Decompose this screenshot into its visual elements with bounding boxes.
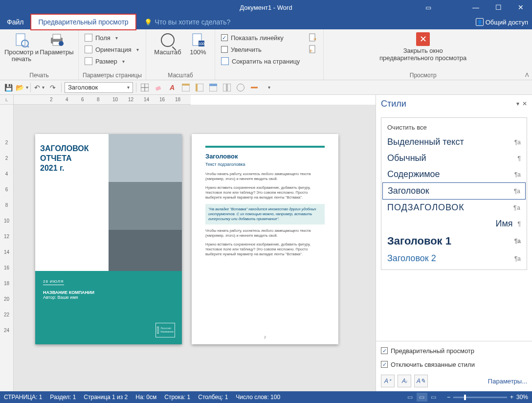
eraser-icon[interactable] — [153, 82, 164, 93]
tab-file[interactable]: Файл — [0, 15, 30, 29]
style-content[interactable]: Содержимое¶a — [382, 166, 526, 182]
prev-page-button[interactable] — [309, 44, 317, 55]
svg-line-2 — [27, 46, 29, 47]
insert-rows-icon[interactable] — [180, 82, 191, 93]
fields-button[interactable]: Поля▾ — [85, 32, 139, 43]
status-line[interactable]: Строка: 1 — [164, 394, 190, 401]
manage-styles-button[interactable]: A✎ — [414, 375, 428, 387]
svg-text:100: 100 — [199, 42, 204, 45]
p2-callout: "На вкладке "Вставка" находится множеств… — [205, 204, 325, 224]
qat-customize[interactable]: ▾ — [263, 82, 273, 93]
logo-placeholder: ЛоготипНазвание — [155, 323, 175, 337]
new-style-button[interactable]: A⁺ — [381, 375, 395, 387]
horizontal-ruler[interactable]: 24 68 1012 1416 18 — [14, 95, 191, 105]
tell-me-search[interactable]: 💡 Что вы хотите сделать? — [144, 18, 231, 26]
magnify-checkbox[interactable]: Увеличить — [221, 44, 300, 55]
style-title[interactable]: Заголовок¶a — [382, 182, 526, 200]
window-title: Документ1 - Word — [0, 4, 532, 11]
styles-params-link[interactable]: Параметры... — [488, 378, 527, 385]
report-date: 28 ИЮЛЯ — [43, 279, 64, 285]
minimize-button[interactable]: — — [465, 0, 487, 15]
view-read-button[interactable]: ▭ — [405, 393, 416, 402]
ribbon-group-print: Просмотр и печать Параметры Печать — [0, 29, 79, 80]
bulb-icon: 💡 — [144, 19, 152, 26]
style-heading2[interactable]: Заголовок 2¶a — [382, 250, 526, 267]
close-preview-button[interactable]: ✕ Закрыть окно предварительного просмотр… — [369, 31, 477, 62]
status-col[interactable]: Столбец: 1 — [198, 394, 228, 401]
style-highlighted[interactable]: Выделенный текст¶a — [382, 134, 526, 150]
status-pos[interactable]: На: 0см — [135, 394, 156, 401]
status-bar: СТРАНИЦА: 1 Раздел: 1 Страница 1 из 2 На… — [0, 391, 532, 403]
table-style-icon[interactable] — [208, 82, 219, 93]
status-section[interactable]: Раздел: 1 — [50, 394, 76, 401]
zoom-out-button[interactable]: − — [447, 394, 450, 401]
open-button[interactable]: 📂▾ — [17, 82, 27, 93]
page-2: Заголовок Текст подзаголовка Чтобы начат… — [192, 134, 338, 344]
status-page-of[interactable]: Страница 1 из 2 — [84, 394, 128, 401]
size-button[interactable]: Размер▾ — [85, 56, 139, 67]
close-icon: ✕ — [416, 32, 430, 46]
show-ruler-checkbox[interactable]: ✓Показать линейку — [221, 32, 300, 43]
preview-checkbox[interactable]: ✓Предварительный просмотр — [381, 345, 527, 356]
ribbon: Просмотр и печать Параметры Печать Поля▾… — [0, 29, 532, 80]
styles-pane: Стили ▾✕ Очистить все Выделенный текст¶a… — [376, 95, 532, 391]
svg-point-6 — [59, 41, 64, 46]
undo-button[interactable]: ↶▾ — [34, 82, 44, 93]
ribbon-group-page-setup: Поля▾ Ориентация▾ Размер▾ Параметры стра… — [79, 29, 146, 80]
style-name[interactable]: Имя¶ — [382, 216, 526, 232]
close-button[interactable]: ✕ — [510, 0, 532, 15]
pane-options-button[interactable]: ▾ — [516, 100, 519, 107]
zoom-value[interactable]: 30% — [516, 394, 528, 401]
title-bar: Документ1 - Word ▭ — ☐ ✕ — [0, 0, 532, 15]
split-icon[interactable] — [222, 82, 232, 93]
zoom-100-button[interactable]: 100 100% — [185, 31, 211, 56]
redo-button[interactable]: ↷ — [47, 82, 58, 93]
share-button[interactable]: 👤 Общий доступ — [476, 18, 528, 26]
insert-cols-icon[interactable] — [194, 82, 205, 93]
collapse-ribbon-button[interactable]: ᐱ — [522, 29, 532, 80]
author-name: Автор: Ваше имя — [43, 295, 174, 300]
workspace: L 24 68 1012 1416 18 22 46 810 1214 1618… — [0, 95, 532, 391]
tab-print-preview[interactable]: Предварительный просмотр — [30, 14, 136, 30]
ribbon-display-options-icon[interactable]: ▭ — [425, 4, 431, 11]
zoom-slider[interactable]: − + 30% — [447, 394, 528, 401]
document-canvas[interactable]: ЗАГОЛОВОК ОТЧЕТА 2021 г. 28 ИЮЛЯ НАЗВАНИ… — [14, 105, 376, 391]
style-inspector-button[interactable]: Aᵢ — [398, 375, 411, 387]
shape-circle-icon[interactable] — [235, 82, 246, 93]
svg-rect-17 — [182, 84, 190, 86]
view-print-button[interactable]: ▭ — [417, 393, 427, 402]
print-preview-button[interactable]: Просмотр и печать — [4, 31, 39, 63]
person-icon: 👤 — [476, 18, 484, 26]
shrink-to-page-button[interactable]: Сократить на страницу — [221, 56, 300, 67]
orientation-button[interactable]: Ориентация▾ — [85, 44, 139, 55]
styles-pane-title: Стили — [381, 99, 406, 109]
view-web-button[interactable]: ▭ — [428, 393, 439, 402]
p2-sub: Текст подзаголовка — [205, 162, 325, 167]
p2-heading: Заголовок — [205, 153, 325, 160]
status-page[interactable]: СТРАНИЦА: 1 — [4, 394, 42, 401]
maximize-button[interactable]: ☐ — [487, 0, 510, 15]
zoom-button[interactable]: Масштаб — [150, 31, 185, 56]
line-icon[interactable] — [249, 82, 260, 93]
ruler-corner: L — [0, 95, 14, 105]
style-normal[interactable]: Обычный¶ — [382, 150, 526, 166]
ribbon-group-preview: ✕ Закрыть окно предварительного просмотр… — [324, 29, 522, 80]
style-clear-all[interactable]: Очистить все — [382, 121, 526, 134]
style-heading1[interactable]: Заголовок 1¶a — [382, 232, 526, 250]
style-dropdown[interactable]: Заголовок▾ — [65, 82, 133, 93]
quick-access-toolbar: 💾 📂▾ ↶▾ ↷ Заголовок▾ A ▾ — [0, 80, 532, 95]
clear-format-icon[interactable]: A — [167, 82, 177, 93]
status-words[interactable]: Число слов: 100 — [236, 394, 280, 401]
pane-close-button[interactable]: ✕ — [522, 100, 527, 107]
svg-rect-15 — [155, 86, 161, 90]
print-params-button[interactable]: Параметры — [39, 31, 74, 56]
svg-rect-19 — [196, 84, 198, 91]
zoom-in-button[interactable]: + — [510, 394, 513, 401]
ribbon-group-zoom: Масштаб 100 100% Масштаб — [146, 29, 215, 80]
disable-linked-checkbox[interactable]: ✓Отключить связанные стили — [381, 359, 527, 370]
next-page-button[interactable] — [309, 32, 317, 43]
table-icon[interactable] — [139, 82, 150, 93]
style-subtitle[interactable]: ПОДЗАГОЛОВОК¶a — [382, 200, 526, 216]
save-button[interactable]: 💾 — [3, 82, 14, 93]
vertical-ruler[interactable]: 22 46 810 1214 1618 2022 24 — [0, 105, 14, 391]
